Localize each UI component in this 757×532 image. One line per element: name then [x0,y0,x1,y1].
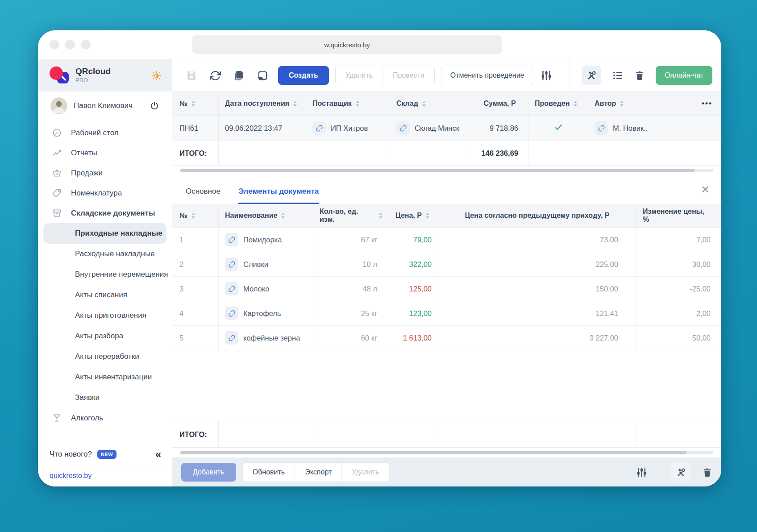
column-header-warehouse[interactable]: Склад [390,92,471,115]
column-header-author[interactable]: Автор ••• [588,92,721,115]
collapse-sidebar-icon[interactable]: « [155,449,161,460]
window-dot[interactable] [65,40,75,50]
refresh-button[interactable]: Обновить [243,463,295,482]
row-change: 7,00 [636,228,721,252]
sidebar-nav: Рабочий стол Отчеты [38,120,172,445]
trash-icon[interactable] [702,467,712,478]
list-view-icon[interactable] [612,70,624,81]
row-num: 3 [172,277,219,301]
tools-settings-icon[interactable] [671,462,690,482]
sidebar-subitem-outgoing-invoices[interactable]: Расходные накладные [38,244,172,264]
user-row[interactable]: Павел Климович [38,91,172,120]
more-columns-icon[interactable]: ••• [702,99,712,108]
row-num: 4 [172,301,219,325]
doc-warehouse-cell: Склад Минск [390,116,471,141]
window-dot[interactable] [81,40,91,50]
add-button[interactable]: Добавить [181,463,236,482]
sidebar-subitem-processing-acts[interactable]: Акты переработки [38,346,172,367]
trash-icon[interactable] [634,70,645,81]
theme-brightness-icon[interactable] [151,70,162,81]
documents-hscrollbar [172,166,721,175]
scrollbar-thumb[interactable] [180,451,686,454]
link-icon[interactable] [225,307,238,320]
column-header-supplier[interactable]: Поставщик [306,92,390,115]
row-qty: 48 л [313,277,389,301]
tools-settings-icon[interactable] [582,66,601,85]
sidebar-item-reports[interactable]: Отчеты [38,143,172,163]
total-label: ИТОГО: [172,421,219,447]
element-row[interactable]: 1 Помидорка 67 кг 79,00 73,00 7,00 [172,228,721,252]
column-header-name[interactable]: Наименование [219,204,313,227]
link-icon[interactable] [225,233,238,246]
element-row[interactable]: 2 Сливки 10 л 322,00 225,00 30,00 [172,252,721,277]
sidebar-subitem-preparation-acts[interactable]: Акты приготовления [38,305,172,326]
doc-posted-cell [528,116,588,141]
sidebar-item-alcohol[interactable]: Алкоголь [38,408,172,428]
tab-document-elements[interactable]: Элементы документа [238,187,319,204]
doc-date-cell: 09.06.2022 13:47 [219,116,306,141]
row-prev-price: 3 227,00 [438,326,636,350]
sidebar-subitem-disassembly-acts[interactable]: Акты разбора [38,326,172,346]
elements-hscrollbar [172,448,721,457]
link-icon[interactable] [312,121,326,135]
logout-power-icon[interactable] [150,101,159,111]
delete-row-button[interactable]: Удалить [341,463,389,482]
document-row[interactable]: ПН61 09.06.2022 13:47 ИП Хитров Склад Ми… [172,116,721,141]
tab-window-icon[interactable] [257,70,268,81]
column-header-prev-price[interactable]: Цена согласно предыдущему приходу, Р [438,204,636,227]
column-header-num[interactable]: № [172,92,219,115]
close-panel-icon[interactable]: ✕ [701,184,710,195]
brand-plan: PRO [75,77,111,83]
refresh-icon[interactable] [210,70,221,81]
unpost-button[interactable]: Отменить проведение [441,66,534,85]
link-icon[interactable] [225,282,238,295]
url-bar[interactable]: w.quickresto.by [192,35,502,54]
sidebar-subitem-internal-transfers[interactable]: Внутренние перемещения [38,264,172,285]
sidebar-subitem-incoming-invoices[interactable]: Приходные накладные [43,223,166,244]
link-icon[interactable] [225,258,238,271]
column-header-posted[interactable]: Проведен [528,92,588,115]
sidebar-item-label: Отчеты [71,149,97,158]
link-icon[interactable] [396,121,410,135]
copy-icon[interactable] [233,70,245,81]
link-icon[interactable] [595,121,608,135]
column-settings-sliders-icon[interactable] [636,467,647,478]
sidebar-item-nomenclature[interactable]: Номенклатура [38,183,172,203]
element-row[interactable]: 3 Молоко 48 л 125,00 150,00 -25,00 [172,277,721,301]
tab-main[interactable]: Основное [186,187,220,204]
sidebar-subitem-requests[interactable]: Заявки [38,387,172,408]
row-name: Сливки [219,252,313,276]
element-row[interactable]: 5 кофейные зерна 60 кг 1 613,00 3 227,00… [172,326,721,350]
window-dot[interactable] [50,40,59,50]
new-badge: NEW [97,450,116,459]
scrollbar-thumb[interactable] [180,169,695,172]
online-chat-button[interactable]: Онлайн-чат [656,66,712,85]
window-controls[interactable] [50,40,91,50]
save-icon[interactable] [186,70,197,81]
sidebar-item-dashboard[interactable]: Рабочий стол [38,123,172,143]
create-button[interactable]: Создать [278,66,329,85]
export-button[interactable]: Экспорт [295,463,341,482]
qrcloud-logo-icon [50,66,70,85]
row-change: 50,00 [636,326,721,350]
delete-button[interactable]: Удалить [336,66,383,85]
empty-area [172,350,721,421]
sidebar-subitem-inventory-acts[interactable]: Акты инвентаризации [38,367,172,387]
sidebar-subitem-writeoff-acts[interactable]: Акты списания [38,285,172,305]
site-link[interactable]: quickresto.by [50,472,92,479]
column-header-date[interactable]: Дата поступления [219,92,306,115]
link-icon[interactable] [225,331,238,345]
column-settings-sliders-icon[interactable] [541,70,552,81]
column-header-num[interactable]: № [172,204,219,227]
element-row[interactable]: 4 Картофель 25 кг 123,00 121,41 2,00 [172,301,721,326]
column-header-sum[interactable]: Сумма, Р [471,92,528,115]
elements-table-header: № Наименование Кол-во, ед. изм. Цена, Р … [172,204,721,228]
column-header-price[interactable]: Цена, Р [389,204,438,227]
row-name: Помидорка [219,228,313,252]
post-button[interactable]: Провести [383,66,434,85]
column-header-qty[interactable]: Кол-во, ед. изм. [313,204,389,227]
column-header-change[interactable]: Изменение цены, % [636,204,721,227]
sidebar-item-warehouse-documents[interactable]: Складские документы [38,203,172,223]
whats-new-link[interactable]: Что нового? [50,450,92,459]
sidebar-item-sales[interactable]: Продажи [38,163,172,183]
